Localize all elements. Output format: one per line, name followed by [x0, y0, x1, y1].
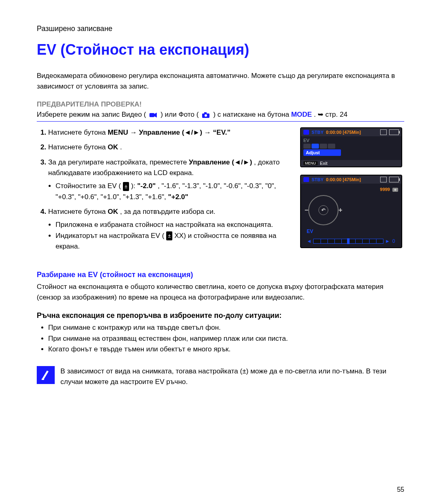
step3-arrows: (◄/►)	[232, 158, 252, 166]
situation-3: Когато фонът е твърде тъмен или обектът …	[48, 344, 404, 355]
photo-icon-small	[392, 187, 398, 192]
svg-rect-7	[42, 379, 44, 380]
step1-a: Натиснете бутона	[48, 129, 108, 136]
step2-ok: OK	[108, 143, 118, 151]
step-3: За да регулирате настройката, преместете…	[48, 157, 292, 202]
ev-marker[interactable]	[347, 238, 350, 244]
subhead-ev: Разбиране на EV (стойност на експонация)	[37, 271, 404, 279]
step4-b: , за да потвърдите избора си.	[120, 208, 216, 215]
step3-bullet-b: ):	[131, 182, 137, 190]
page-title: EV (Стойност на експонация)	[37, 41, 404, 58]
step4-a: Натиснете бутона	[48, 208, 108, 215]
step-2: Натиснете бутона OK .	[48, 142, 292, 153]
ev-pm-icon-2: ±	[166, 231, 172, 240]
step3-v2: "+2.0"	[168, 193, 188, 201]
step4-bullet2: Индикаторът на настройката EV ( ± XX) и …	[56, 231, 292, 252]
lcd2-count: 9999	[380, 187, 390, 192]
precheck-ref: стр. 24	[325, 111, 347, 118]
svg-rect-0	[149, 113, 154, 117]
subhead-manual: Ръчна експонация се препоръчва в изброен…	[37, 311, 404, 320]
precheck-row: Изберете режим на запис Видео ( ) или Фо…	[37, 110, 404, 122]
precheck-post: ) с натискане на бутона	[213, 111, 289, 118]
lcd1-stby: STBY	[312, 130, 323, 135]
card-icon	[380, 129, 387, 135]
step3-bullet-a: Стойностите за EV (	[56, 182, 121, 190]
lcd1-menu-item[interactable]: Adjust	[303, 149, 341, 156]
situation-2: При снимане на отразяващ естествен фон, …	[48, 333, 404, 344]
video-icon	[149, 112, 157, 118]
record-mode-icon-2	[303, 177, 309, 182]
page-ref-icon: ➥	[318, 111, 323, 118]
note-icon	[37, 366, 55, 384]
step1-control: Управление	[139, 129, 180, 136]
step2-b: .	[120, 143, 122, 151]
record-mode-icon	[303, 130, 309, 135]
lcd2-stby: STBY	[312, 177, 323, 182]
note-row: В зависимост от вида на снимката, тогава…	[37, 366, 404, 387]
step3-v1: "-2.0"	[137, 182, 156, 190]
lcd2-ev-value: 0	[392, 238, 396, 244]
step2-a: Натиснете бутона	[48, 143, 108, 151]
lcd1-time: 0:00:00 [475Min]	[326, 130, 361, 135]
camera-lcd-menu: STBY 0:00:00 [475Min] EV Adjust MENU Exi…	[300, 127, 402, 167]
step3-control: Управление	[189, 158, 229, 166]
situation-1: При снимане с контражур или на твърде св…	[48, 322, 404, 333]
svg-rect-3	[204, 112, 207, 114]
battery-icon	[389, 129, 399, 135]
step4-ok: OK	[108, 208, 118, 215]
precheck-mid: ) или Фото (	[160, 111, 198, 118]
card-icon-2	[380, 177, 387, 182]
chapter-label: Разширено записване	[37, 24, 404, 33]
step4-bullet1: Приложена е избраната стойност на настро…	[56, 220, 292, 230]
ev-bar[interactable]: ◄ ►	[304, 238, 398, 244]
lcd1-tabs	[303, 144, 399, 149]
step3-bullet: Стойностите за EV ( ± ): "-2.0" , "-1.6"…	[56, 181, 292, 202]
ev-track[interactable]	[313, 239, 383, 244]
svg-marker-1	[154, 113, 157, 118]
precheck-pre: Изберете режим на запис Видео (	[37, 111, 146, 118]
ev-dial[interactable]: − ↶ +	[308, 195, 339, 225]
svg-point-6	[394, 189, 396, 191]
step-1: Натиснете бутона MENU → Управление (◄/►)…	[48, 127, 292, 138]
photo-icon	[202, 112, 209, 118]
intro-text: Видеокамерата обикновено регулира експон…	[37, 71, 404, 91]
ev-minus[interactable]: −	[305, 206, 308, 214]
note-text: В зависимост от вида на снимката, тогава…	[60, 366, 404, 387]
lcd2-time: 0:00:00 [475Min]	[326, 177, 361, 182]
svg-point-4	[205, 114, 207, 117]
precheck-label: ПРЕДВАРИТЕЛНА ПРОВЕРКА!	[37, 100, 404, 109]
ev-pm-icon: ±	[123, 182, 129, 191]
lcd2-ev-label: EV	[307, 229, 398, 234]
step1-arrows: (◄/►)	[182, 129, 204, 136]
lcd1-menu-btn[interactable]: MENU	[303, 161, 318, 165]
steps-list: Натиснете бутона MENU → Управление (◄/►)…	[37, 127, 292, 252]
subhead-ev-text: Стойност на експонацията е общото количе…	[37, 282, 404, 302]
situations-list: При снимане с контражур или на твърде св…	[37, 322, 404, 355]
lcd1-exit-label: Exit	[320, 161, 327, 166]
step1-menu: MENU	[108, 129, 128, 136]
mode-word: MODE	[291, 111, 312, 118]
ev-bar-right-icon[interactable]: ►	[385, 238, 390, 244]
step4-b2a: Индикаторът на настройката EV (	[56, 232, 164, 240]
step3-a: За да регулирате настройката, преместете	[48, 158, 189, 166]
ev-plus[interactable]: +	[339, 206, 342, 214]
ev-bar-left-icon[interactable]: ◄	[307, 238, 312, 244]
page-number: 55	[397, 486, 404, 493]
precheck-text: Изберете режим на запис Видео ( ) или Фо…	[37, 110, 404, 119]
manual-page: Разширено записване EV (Стойност на експ…	[0, 0, 441, 504]
lcd1-menu-title: EV	[303, 138, 399, 143]
camera-lcd-ev: STBY 0:00:00 [475Min] 9999 − ↶	[300, 175, 402, 248]
step1-ev: “EV.”	[213, 129, 231, 136]
step-4: Натиснете бутона OK , за да потвърдите и…	[48, 206, 292, 252]
battery-icon-2	[389, 177, 399, 182]
ev-back-icon[interactable]: ↶	[318, 205, 328, 215]
